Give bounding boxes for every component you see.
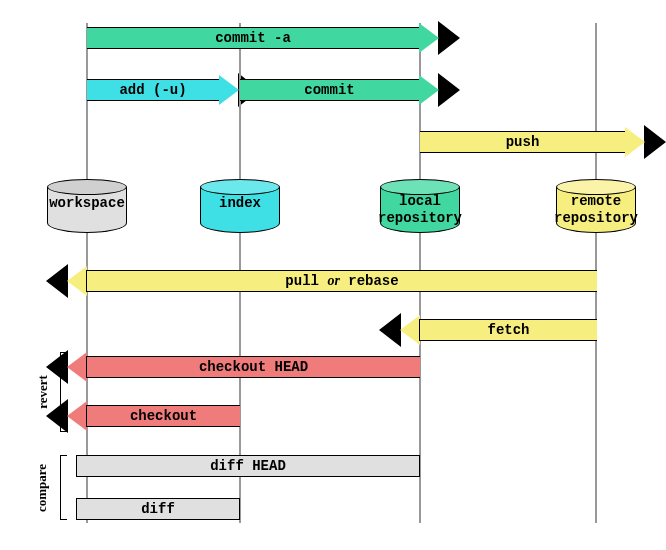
cylinder-workspace: workspace (47, 179, 127, 233)
bracket-revert (60, 352, 67, 432)
text: pull (285, 273, 327, 289)
bar-diff: diff (76, 498, 240, 520)
cylinder-index: index (200, 179, 280, 233)
arrow-label: checkout (86, 405, 240, 427)
arrow-commit-a: commit -a (87, 23, 439, 53)
arrow-checkout: checkout (67, 401, 240, 431)
arrow-head-icon (67, 266, 87, 296)
arrow-head-icon (625, 127, 645, 157)
arrow-head-icon (67, 401, 87, 431)
arrow-label: checkout HEAD (86, 356, 420, 378)
arrow-checkout-head: checkout HEAD (67, 352, 420, 382)
arrow-head-icon (419, 75, 439, 105)
arrow-label: commit -a (87, 27, 420, 49)
text-italic: or (327, 273, 339, 288)
side-label-revert: revert (35, 375, 51, 409)
arrow-add-u: add (-u) (87, 75, 239, 105)
arrow-fetch: fetch (400, 315, 597, 345)
text: rebase (340, 273, 399, 289)
git-data-transport-diagram: commit -a add (-u) commit push workspace… (0, 0, 666, 550)
arrow-pull-or-rebase: pull or rebase (67, 266, 597, 296)
arrow-label: commit (240, 79, 420, 101)
arrow-label: pull or rebase (86, 270, 597, 292)
arrow-head-icon (219, 75, 239, 105)
cylinder-label: local repository (375, 193, 465, 227)
bar-diff-head: diff HEAD (76, 455, 420, 477)
cylinder-label: index (195, 195, 285, 212)
arrow-label: add (-u) (87, 79, 220, 101)
arrow-head-icon (419, 23, 439, 53)
cylinder-label: remote repository (551, 193, 641, 227)
cylinder-remote-repository: remote repository (556, 179, 636, 233)
arrow-push: push (420, 127, 645, 157)
arrow-label: fetch (419, 319, 597, 341)
arrow-commit: commit (240, 75, 439, 105)
arrow-head-icon (67, 352, 87, 382)
bracket-compare (60, 455, 67, 520)
cylinder-local-repository: local repository (380, 179, 460, 233)
arrow-head-icon (400, 315, 420, 345)
arrow-label: push (420, 131, 626, 153)
side-label-compare: compare (34, 464, 50, 512)
cylinder-label: workspace (42, 195, 132, 212)
